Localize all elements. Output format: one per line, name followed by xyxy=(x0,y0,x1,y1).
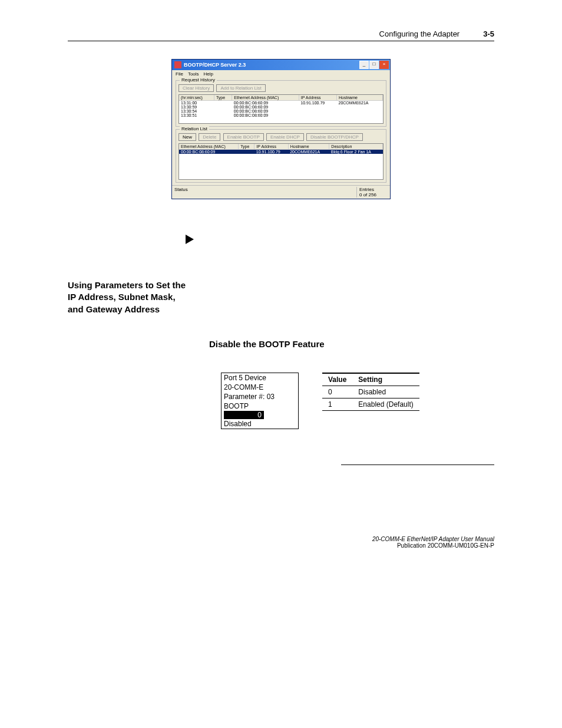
status-bar: Status Entries 0 of 256 xyxy=(172,185,390,199)
lcd-line: Port 5 Device xyxy=(222,373,298,383)
app-icon xyxy=(174,61,181,68)
relation-list-group: Relation List New Delete Enable BOOTP En… xyxy=(176,129,386,183)
lcd-line: 20-COMM-E xyxy=(222,383,298,392)
col-value: Value xyxy=(322,373,352,386)
sub-heading: Disable the BOOTP Feature xyxy=(209,339,494,349)
col-type: Type xyxy=(239,144,254,150)
cell-setting: Enabled (Default) xyxy=(352,398,419,410)
disable-bootp-dhcp-button[interactable]: Disable BOOTP/DHCP xyxy=(306,133,363,141)
minimize-button[interactable]: _ xyxy=(359,61,369,69)
list-item[interactable]: 13:30:59 00:00:BC:08:60:09 xyxy=(179,105,383,109)
col-desc: Description xyxy=(329,144,383,150)
enable-dhcp-button[interactable]: Enable DHCP xyxy=(266,133,304,141)
new-button[interactable]: New xyxy=(178,133,196,141)
bootp-server-window: BOOTP/DHCP Server 2.3 _ □ × File Tools H… xyxy=(171,59,391,199)
clear-history-button[interactable]: Clear History xyxy=(178,84,214,92)
list-item[interactable]: 13:30:54 00:00:BC:08:60:09 xyxy=(179,109,383,113)
window-title: BOOTP/DHCP Server 2.3 xyxy=(184,62,359,68)
col-ip: IP Address xyxy=(254,144,288,150)
page-footer: 20-COMM-E EtherNet/IP Adapter User Manua… xyxy=(68,536,494,549)
col-host: Hostname xyxy=(336,95,382,101)
enable-bootp-button[interactable]: Enable BOOTP xyxy=(223,133,264,141)
request-history-group: Request History Clear History Add to Rel… xyxy=(176,80,386,127)
footer-manual-title: 20-COMM-E EtherNet/IP Adapter User Manua… xyxy=(68,536,494,542)
value-setting-table: Value Setting 0 Disabled 1 Enabled (Defa… xyxy=(322,373,419,411)
cell-value: 0 xyxy=(322,386,352,398)
table-row: 0 Disabled xyxy=(322,386,419,398)
menu-help[interactable]: Help xyxy=(204,71,213,77)
col-mac: Ethernet Address (MAC) xyxy=(179,144,239,150)
entries-count: Entries 0 of 256 xyxy=(356,187,388,197)
menu-tools[interactable]: Tools xyxy=(188,71,199,77)
list-item[interactable]: 13:31:00 00:00:BC:08:60:09 10.91.100.79 … xyxy=(179,101,383,106)
table-row: 1 Enabled (Default) xyxy=(322,398,419,410)
relation-list-label: Relation List xyxy=(180,126,209,131)
lcd-line: Disabled xyxy=(222,419,298,429)
lcd-line: BOOTP xyxy=(222,401,298,411)
request-history-list[interactable]: (hr:min:sec) Type Ethernet Address (MAC)… xyxy=(178,94,384,124)
header-page-number: 3-5 xyxy=(483,29,494,38)
blank-underline xyxy=(341,465,494,465)
cell-value: 1 xyxy=(322,398,352,410)
col-mac: Ethernet Address (MAC) xyxy=(232,95,299,101)
col-ip: IP Address xyxy=(299,95,336,101)
menu-file[interactable]: File xyxy=(176,71,183,77)
list-item[interactable]: 00:00:BC:08:60:09 10.91.100.79 20COMME62… xyxy=(179,150,383,154)
header-title: Configuring the Adapter xyxy=(379,29,460,38)
lcd-value: 0 xyxy=(224,411,264,419)
lcd-line: Parameter #: 03 xyxy=(222,392,298,401)
col-time: (hr:min:sec) xyxy=(179,95,214,101)
section-heading: Using Parameters to Set the IP Address, … xyxy=(68,279,191,315)
request-history-label: Request History xyxy=(180,77,217,83)
footer-publication: Publication 20COMM-UM010G-EN-P xyxy=(68,542,494,549)
page-header: Configuring the Adapter 3-5 xyxy=(68,29,494,41)
relation-list[interactable]: Ethernet Address (MAC) Type IP Address H… xyxy=(178,143,384,180)
delete-button[interactable]: Delete xyxy=(199,133,220,141)
status-label: Status xyxy=(174,187,356,197)
list-item[interactable]: 13:30:51 00:00:BC:08:60:09 xyxy=(179,113,383,117)
close-button[interactable]: × xyxy=(379,61,389,69)
step-bullet xyxy=(186,235,494,244)
col-host: Hostname xyxy=(288,144,329,150)
lcd-display: Port 5 Device 20-COMM-E Parameter #: 03 … xyxy=(221,373,299,429)
col-type: Type xyxy=(214,95,232,101)
cell-setting: Disabled xyxy=(352,386,419,398)
triangle-icon xyxy=(186,235,194,244)
maximize-button[interactable]: □ xyxy=(369,61,379,69)
add-to-relation-button[interactable]: Add to Relation List xyxy=(216,84,265,92)
col-setting: Setting xyxy=(352,373,419,386)
window-titlebar: BOOTP/DHCP Server 2.3 _ □ × xyxy=(172,60,390,70)
